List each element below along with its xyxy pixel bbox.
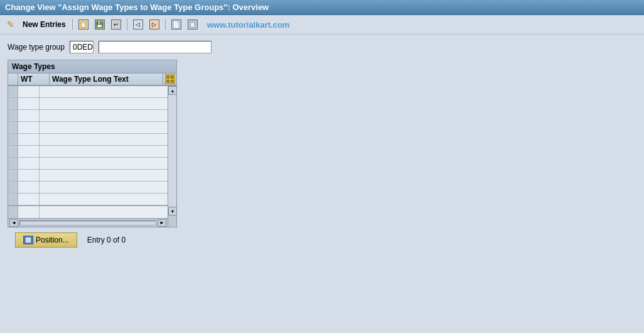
main-content: Wage type group 0DED Wage Types WT Wage … <box>0 35 644 259</box>
next-icon[interactable]: ▷ <box>148 18 161 31</box>
new-entries-button[interactable]: New Entries <box>23 20 66 29</box>
row-text-cell <box>40 194 168 205</box>
scroll-track <box>168 95 176 205</box>
svg-rect-0 <box>166 75 169 79</box>
row-text-cell <box>40 134 168 145</box>
col-header-text: Wage Type Long Text <box>50 74 163 85</box>
grid-icon[interactable] <box>165 74 175 84</box>
position-button[interactable]: Position... <box>15 232 77 248</box>
toolbar-divider-1 <box>72 19 73 30</box>
toolbar-divider-2 <box>127 19 127 30</box>
row-text-cell <box>40 206 168 218</box>
row-wt-cell <box>18 110 40 121</box>
doc2-icon[interactable]: 📋 <box>186 18 200 31</box>
table-row <box>8 134 168 146</box>
position-icon <box>23 236 33 244</box>
title-bar: Change View "Assign Wage Types to Wage T… <box>0 0 644 15</box>
row-selector[interactable] <box>8 122 18 133</box>
vertical-scrollbar[interactable]: ▲ ▼ <box>168 86 176 205</box>
table-row <box>8 86 168 98</box>
horizontal-scrollbar[interactable]: ◄ ► <box>8 218 168 227</box>
wage-type-group-label: Wage type group <box>8 43 65 52</box>
bottom-toolbar: Position... Entry 0 of 0 <box>8 227 636 253</box>
row-selector[interactable] <box>8 194 18 205</box>
row-text-cell <box>40 86 168 97</box>
entry-info: Entry 0 of 0 <box>87 236 126 244</box>
row-wt-cell <box>18 146 40 157</box>
row-text-cell <box>40 158 168 169</box>
row-wt-cell <box>18 182 40 193</box>
row-text-cell <box>40 170 168 181</box>
position-button-label: Position... <box>36 236 69 244</box>
col-header-wt: WT <box>18 74 50 85</box>
toolbar-divider-3 <box>165 19 166 30</box>
table-row <box>8 158 168 170</box>
pencil-icon[interactable]: ✎ <box>4 18 18 31</box>
wage-types-table: Wage Types WT Wage Type Long Text <box>8 60 177 227</box>
table-title: Wage Types <box>8 60 176 74</box>
copy-icon[interactable]: 📋 <box>77 18 90 31</box>
table-row <box>8 146 168 158</box>
table-row <box>8 110 168 122</box>
row-wt-cell <box>18 170 40 181</box>
row-wt-cell <box>18 206 40 218</box>
wage-type-group-input[interactable] <box>99 41 212 53</box>
row-text-cell <box>40 146 168 157</box>
bottom-scroll-area: ◄ ► ▼ <box>8 205 176 227</box>
row-selector[interactable] <box>8 86 18 97</box>
table-row <box>8 170 168 182</box>
table-scroll-area: ▲ ▼ <box>8 86 176 205</box>
wage-type-group-row: Wage type group 0DED <box>8 41 636 53</box>
watermark-text: www.tutorialkart.com <box>207 20 290 30</box>
row-selector[interactable] <box>8 134 18 145</box>
row-text-cell <box>40 98 168 109</box>
table-row-empty <box>8 206 168 218</box>
svg-rect-1 <box>171 75 174 79</box>
row-selector[interactable] <box>8 98 18 109</box>
toolbar: ✎ New Entries 📋 💾 ↩ ◁ ▷ 📄 📋 www.tutorial… <box>0 15 644 35</box>
h-scroll-track <box>19 221 156 226</box>
scroll-right-button[interactable]: ► <box>158 219 166 227</box>
row-wt-cell <box>18 122 40 133</box>
row-text-cell <box>40 110 168 121</box>
row-wt-cell <box>18 134 40 145</box>
svg-rect-3 <box>171 80 174 83</box>
svg-rect-2 <box>166 80 169 83</box>
table-row <box>8 194 168 205</box>
row-selector[interactable] <box>8 110 18 121</box>
row-wt-cell <box>18 158 40 169</box>
bottom-left: ◄ ► <box>8 206 168 227</box>
grid-settings-icon[interactable] <box>163 74 176 85</box>
table-rows <box>8 86 168 205</box>
row-selector[interactable] <box>8 146 18 157</box>
scroll-left-button[interactable]: ◄ <box>9 219 18 227</box>
prev-icon[interactable]: ◁ <box>131 18 145 31</box>
table-row <box>8 182 168 194</box>
table-header: WT Wage Type Long Text <box>8 74 176 86</box>
row-selector[interactable] <box>8 206 18 218</box>
doc1-icon[interactable]: 📄 <box>169 18 183 31</box>
scroll-up-button[interactable]: ▲ <box>168 86 176 95</box>
wage-type-group-value: 0DED <box>70 41 94 53</box>
table-row <box>8 98 168 110</box>
table-rows-container: ▲ ▼ <box>8 86 176 205</box>
save-icon[interactable]: 💾 <box>93 18 107 31</box>
row-selector[interactable] <box>8 182 18 193</box>
row-text-cell <box>40 182 168 193</box>
row-selector[interactable] <box>8 170 18 181</box>
row-text-cell <box>40 122 168 133</box>
row-selector[interactable] <box>8 158 18 169</box>
title-text: Change View "Assign Wage Types to Wage T… <box>5 3 269 12</box>
row-wt-cell <box>18 98 40 109</box>
table-row <box>8 122 168 134</box>
row-wt-cell <box>18 194 40 205</box>
undo-icon[interactable]: ↩ <box>109 18 123 31</box>
row-wt-cell <box>18 86 40 97</box>
